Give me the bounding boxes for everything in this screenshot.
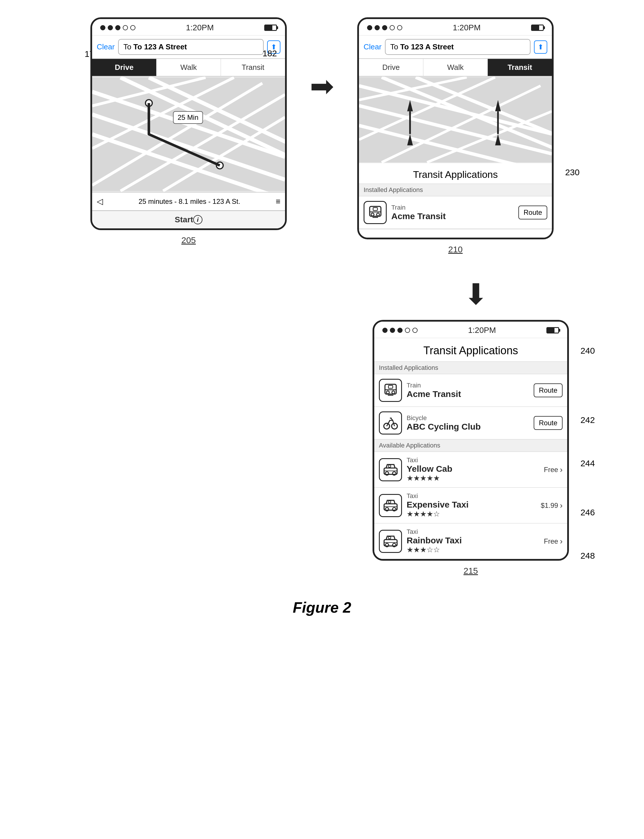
svg-rect-33 [373, 208, 378, 210]
price-text-expensivetaxi: $1.99 [541, 501, 558, 510]
tab-walk-210[interactable]: Walk [423, 59, 488, 76]
info-icon-text: i [197, 217, 199, 223]
svg-point-37 [392, 391, 395, 394]
nav-bar-205: Clear To To 123 A Street ⬆ [92, 36, 285, 59]
route-info-bar-205: ◁ 25 minutes - 8.1 miles - 123 A St. ≡ [92, 192, 285, 211]
status-dots-215 [382, 328, 417, 333]
route-button-cycling-215[interactable]: Route [534, 416, 563, 430]
tab-drive-210[interactable]: Drive [359, 59, 423, 76]
tab-transit-210[interactable]: Transit [488, 59, 552, 76]
start-button-205[interactable]: Start [175, 215, 193, 224]
battery-210 [531, 25, 544, 31]
installed-section-label-215: Installed Applications [374, 362, 567, 374]
ref-230-label: 230 [565, 167, 580, 177]
status-time-210: 1:20PM [453, 23, 481, 32]
status-dots-210 [367, 25, 402, 30]
price-yellowcab-215: Free › [544, 465, 563, 475]
app-stars-rainbowtaxi-215: ★★★☆☆ [407, 545, 539, 554]
status-bar-210: 1:20PM [359, 19, 552, 36]
app-icon-taxi1-215 [379, 458, 402, 481]
app-stars-expensivetaxi-215: ★★★★☆ [407, 510, 536, 519]
price-rainbowtaxi-215: Free › [544, 537, 563, 546]
tab-drive-205[interactable]: Drive [92, 59, 156, 76]
route-info-text-205: 25 minutes - 8.1 miles - 123 A St. [139, 197, 240, 205]
destination-field-210[interactable]: To To 123 A Street [385, 39, 531, 55]
battery-215 [546, 327, 559, 333]
app-type-bicycle-215: Bicycle [407, 414, 529, 422]
destination-text-210: To To 123 A Street [390, 43, 454, 51]
dot1 [100, 25, 105, 30]
app-info-acme-215: Train Acme Transit [407, 382, 529, 399]
ref-182-label: 182 [263, 49, 277, 58]
clear-button-210[interactable]: Clear [363, 43, 381, 51]
app-name-rainbowtaxi-215: Rainbow Taxi [407, 535, 539, 545]
bicycle-icon-svg [383, 415, 399, 431]
transit-header-215: Transit Applications [374, 338, 567, 362]
dot5 [130, 25, 135, 30]
battery-fill-210 [532, 25, 539, 30]
app-row-acme-215: Train Acme Transit Route [374, 374, 567, 407]
ref-244-label: 244 [580, 458, 595, 468]
price-text-yellowcab: Free [544, 466, 558, 474]
page-layout: 178 1:20PM Clear [17, 17, 627, 616]
available-section-label-215: Available Applications [374, 439, 567, 452]
app-type-taxi2-215: Taxi [407, 492, 536, 500]
app-type-train-210: Train [391, 204, 514, 211]
app-icon-train-215 [379, 379, 402, 402]
tab-walk-205[interactable]: Walk [156, 59, 221, 76]
svg-rect-60 [388, 537, 391, 539]
route-button-acme-210[interactable]: Route [518, 205, 547, 219]
map-area-210 [359, 77, 552, 163]
app-type-train-215: Train [407, 382, 529, 389]
start-bar-205: Start i [92, 211, 285, 228]
app-name-cycling-215: ABC Cycling Club [407, 422, 529, 432]
dot2-210 [375, 25, 380, 30]
transit-header-210: Transit Applications [359, 163, 552, 184]
battery-205 [264, 25, 277, 31]
figure-label: Figure 2 [293, 599, 351, 616]
chevron-icon-rainbowtaxi: › [560, 537, 563, 546]
frame-label-205: 205 [90, 235, 287, 245]
frame-205: 1:20PM Clear To To 123 A Street ⬆ Drive [90, 17, 287, 245]
frame-label-215: 215 [373, 566, 569, 576]
arrow-down-icon: ⬇ [464, 277, 488, 311]
svg-point-30 [371, 213, 374, 216]
app-info-acme-210: Train Acme Transit [391, 204, 514, 221]
app-row-cycling-215: Bicycle ABC Cycling Club Route [374, 407, 567, 439]
app-stars-yellowcab-215: ★★★★★ [407, 474, 539, 483]
app-name-expensivetaxi-215: Expensive Taxi [407, 500, 536, 510]
ref-246-label: 246 [580, 507, 595, 517]
installed-section-label-210: Installed Applications [359, 184, 552, 196]
app-info-cycling-215: Bicycle ABC Cycling Club [407, 414, 529, 432]
status-bar-205: 1:20PM [92, 19, 285, 36]
svg-rect-50 [388, 465, 391, 467]
route-button-acme-215[interactable]: Route [534, 383, 563, 397]
taxi-icon-svg-2 [383, 497, 399, 513]
ref-242-label: 242 [580, 415, 595, 425]
app-icon-bicycle-215 [379, 411, 402, 435]
app-name-yellowcab-215: Yellow Cab [407, 464, 539, 474]
clear-button-205[interactable]: Clear [97, 43, 115, 51]
info-icon-205[interactable]: i [193, 215, 202, 224]
ref-240-label: 240 [580, 346, 595, 356]
arrow-right-top: ➡ [310, 17, 334, 103]
svg-rect-55 [388, 501, 391, 503]
dot2 [108, 25, 113, 30]
app-icon-train-210 [363, 201, 387, 224]
destination-text-205: To To 123 A Street [123, 43, 187, 51]
tab-transit-205[interactable]: Transit [221, 59, 285, 76]
share-button-210[interactable]: ⬆ [534, 40, 547, 54]
dot4 [123, 25, 128, 30]
bottom-section: 240 242 244 246 248 1:20P [17, 320, 627, 576]
status-dots [100, 25, 135, 30]
train-icon-svg [367, 205, 383, 220]
dot1-210 [367, 25, 372, 30]
taxi-icon-svg-1 [383, 461, 399, 478]
status-time-205: 1:20PM [186, 23, 214, 32]
chevron-icon-yellowcab: › [560, 465, 563, 475]
price-text-rainbowtaxi: Free [544, 537, 558, 545]
dot3-210 [382, 25, 387, 30]
nav-bar-210: Clear To To 123 A Street ⬆ [359, 36, 552, 59]
destination-field-205[interactable]: To To 123 A Street [118, 39, 264, 55]
status-time-215: 1:20PM [468, 326, 496, 335]
